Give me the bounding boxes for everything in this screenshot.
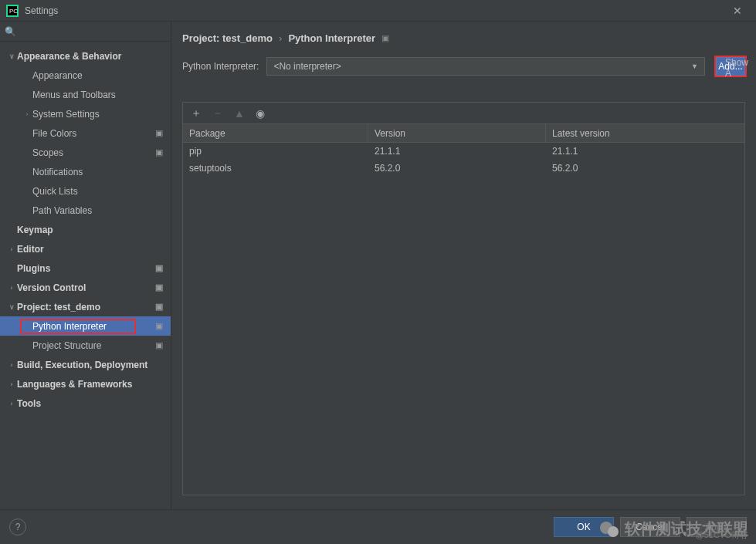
sidebar-item-label: Version Control: [17, 282, 155, 293]
expand-icon: ›: [22, 110, 32, 118]
packages-toolbar: ＋ － ▲ ◉: [183, 103, 744, 124]
table-row[interactable]: setuptools56.2.056.2.0: [183, 160, 744, 177]
table-row[interactable]: pip21.1.121.1.1: [183, 143, 744, 160]
cell-name: setuptools: [183, 160, 368, 177]
sidebar-item-label: Editor: [17, 244, 166, 255]
col-header-package[interactable]: Package: [183, 124, 368, 142]
sidebar-item[interactable]: Project Structure▣: [0, 336, 171, 355]
upgrade-package-icon[interactable]: ▲: [234, 107, 245, 120]
packages-panel: ＋ － ▲ ◉ Package Version Latest version p…: [182, 102, 745, 495]
sidebar-item-label: Appearance: [32, 70, 166, 81]
show-early-releases-icon[interactable]: ◉: [256, 107, 265, 120]
sidebar-item-label: Scopes: [32, 147, 155, 158]
project-scope-icon: ▣: [155, 302, 166, 313]
sidebar-item-label: Languages & Frameworks: [17, 379, 166, 390]
sidebar-item[interactable]: ∨Project: test_demo▣: [0, 297, 171, 316]
sidebar-item-label: Notifications: [32, 167, 166, 177]
breadcrumb: Project: test_demo › Python Interpreter …: [182, 29, 745, 46]
cell-version: 21.1.1: [368, 143, 546, 160]
sidebar-item[interactable]: ›Editor: [0, 239, 171, 258]
help-button[interactable]: ?: [9, 519, 26, 536]
cell-version: 56.2.0: [368, 160, 546, 177]
interpreter-label: Python Interpreter:: [182, 61, 259, 72]
settings-tree: ∨Appearance & BehaviorAppearanceMenus an…: [0, 42, 171, 509]
search-field[interactable]: 🔍: [0, 22, 171, 42]
sidebar-item[interactable]: ›System Settings: [0, 104, 171, 123]
sidebar-item-label: Project: test_demo: [17, 302, 155, 313]
app-logo-icon: PC: [6, 5, 19, 17]
dialog-footer: ? OK Cancel Apply: [0, 509, 756, 543]
breadcrumb-project: Project: test_demo: [182, 32, 273, 44]
content-pane: Project: test_demo › Python Interpreter …: [171, 22, 756, 509]
collapse-icon: ∨: [6, 52, 17, 60]
chevron-right-icon: ›: [279, 32, 282, 44]
chevron-down-icon: ▼: [691, 63, 698, 70]
sidebar-item-label: Path Variables: [32, 205, 166, 216]
sidebar-item[interactable]: Python Interpreter▣: [0, 316, 171, 336]
sidebar-item-label: Project Structure: [32, 340, 155, 351]
cancel-button[interactable]: Cancel: [620, 517, 680, 537]
sidebar-item[interactable]: Quick Lists: [0, 181, 171, 201]
sidebar-item-label: File Colors: [32, 128, 155, 139]
sidebar-item[interactable]: Scopes▣: [0, 143, 171, 162]
sidebar-item[interactable]: ›Languages & Frameworks: [0, 374, 171, 394]
sidebar-item[interactable]: ›Tools: [0, 394, 171, 413]
add-package-icon[interactable]: ＋: [191, 106, 202, 120]
expand-icon: ›: [6, 400, 17, 407]
sidebar-item-label: Keymap: [17, 225, 166, 235]
sidebar-item-label: Python Interpreter: [32, 321, 155, 332]
apply-button[interactable]: Apply: [687, 517, 747, 537]
sidebar-item[interactable]: ›Build, Execution, Deployment: [0, 355, 171, 374]
project-scope-icon: ▣: [155, 263, 166, 274]
sidebar-item-label: Appearance & Behavior: [17, 51, 166, 62]
cell-latest: 21.1.1: [546, 143, 744, 160]
remove-package-icon[interactable]: －: [212, 106, 223, 120]
titlebar: PC Settings ✕: [0, 0, 756, 22]
sidebar-item-label: Menus and Toolbars: [32, 90, 166, 100]
project-scope-icon: ▣: [155, 282, 166, 293]
search-icon: 🔍: [5, 26, 16, 37]
sidebar-item[interactable]: ∨Appearance & Behavior: [0, 46, 171, 66]
interpreter-value: <No interpreter>: [273, 61, 341, 72]
project-scope-icon: ▣: [155, 321, 166, 332]
search-input[interactable]: [19, 26, 166, 37]
window-title: Settings: [25, 5, 725, 16]
col-header-latest[interactable]: Latest version: [546, 124, 744, 142]
col-header-version[interactable]: Version: [368, 124, 546, 142]
project-scope-icon: ▣: [155, 147, 166, 158]
expand-icon: ›: [6, 245, 17, 253]
close-icon[interactable]: ✕: [725, 5, 750, 17]
project-scope-icon: ▣: [155, 340, 166, 351]
sidebar-item[interactable]: Keymap: [0, 220, 171, 239]
cell-name: pip: [183, 143, 368, 160]
sidebar-item[interactable]: File Colors▣: [0, 123, 171, 143]
sidebar-item[interactable]: ›Version Control▣: [0, 278, 171, 297]
ok-button[interactable]: OK: [554, 517, 614, 537]
breadcrumb-page: Python Interpreter: [288, 32, 375, 44]
expand-icon: ›: [6, 361, 17, 369]
sidebar-item[interactable]: Plugins▣: [0, 258, 171, 278]
sidebar-item-label: Plugins: [17, 263, 155, 274]
interpreter-dropdown[interactable]: <No interpreter> ▼: [266, 57, 705, 76]
expand-icon: ›: [6, 284, 17, 292]
cell-latest: 56.2.0: [546, 160, 744, 177]
sidebar: 🔍 ∨Appearance & BehaviorAppearanceMenus …: [0, 22, 171, 509]
sidebar-item[interactable]: Appearance: [0, 66, 171, 85]
project-scope-icon: ▣: [155, 128, 166, 139]
sidebar-item-label: System Settings: [32, 109, 166, 120]
project-scope-icon: ▣: [381, 33, 389, 43]
sidebar-item-label: Build, Execution, Deployment: [17, 360, 166, 370]
sidebar-item[interactable]: Menus and Toolbars: [0, 85, 171, 104]
sidebar-item[interactable]: Notifications: [0, 162, 171, 181]
sidebar-item-label: Quick Lists: [32, 186, 166, 197]
packages-table: Package Version Latest version pip21.1.1…: [183, 124, 744, 495]
collapse-icon: ∨: [6, 303, 17, 311]
expand-icon: ›: [6, 380, 17, 388]
sidebar-item[interactable]: Path Variables: [0, 201, 171, 220]
sidebar-item-label: Tools: [17, 398, 166, 409]
show-all-link[interactable]: Show A: [725, 57, 756, 79]
svg-text:PC: PC: [9, 8, 18, 15]
